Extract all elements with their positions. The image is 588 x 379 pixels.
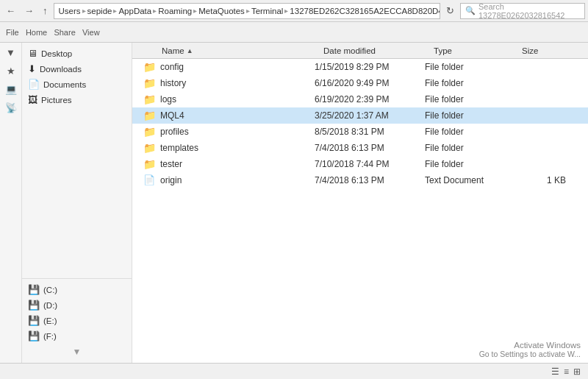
- file-name: MQL4: [160, 110, 315, 121]
- drive-f-icon: 💾: [28, 330, 40, 341]
- file-icon-area: 📄: [138, 174, 160, 185]
- pictures-icon: 🖼: [28, 94, 37, 105]
- table-row[interactable]: 📄origin7/4/2018 6:13 PMText Document1 KB: [132, 172, 588, 188]
- folder-icon: 📁: [143, 142, 156, 154]
- crumb-sepide[interactable]: sepide: [87, 7, 112, 15]
- file-icon-area: 📁: [138, 93, 160, 105]
- sort-arrow-name: ▲: [187, 47, 193, 54]
- breadcrumb: Users ▸ sepide ▸ AppData ▸ Roaming ▸ Met…: [59, 7, 441, 15]
- file-modified: 6/19/2020 2:39 PM: [315, 94, 425, 105]
- table-row[interactable]: 📁profiles8/5/2018 8:31 PMFile folder: [132, 124, 588, 140]
- sidebar-item-desktop[interactable]: 🖥 Desktop: [22, 46, 132, 61]
- nav-pane: ▼ ★ 💻 📡: [0, 43, 22, 363]
- search-icon: 🔍: [465, 6, 476, 15]
- sidebar-scroll-down[interactable]: ▼: [22, 344, 132, 360]
- address-box[interactable]: Users ▸ sepide ▸ AppData ▸ Roaming ▸ Met…: [54, 3, 441, 19]
- toolbar-row: File Home Share View: [0, 22, 588, 43]
- address-bar-row: ← → ↑ Users ▸ sepide ▸ AppData ▸ Roaming…: [0, 0, 588, 22]
- file-name: history: [160, 78, 315, 88]
- col-header-name[interactable]: Name ▲: [159, 46, 320, 55]
- view-details-button[interactable]: ≡: [562, 366, 570, 378]
- drive-e-label: (E:): [43, 316, 57, 325]
- folder-icon: 📁: [143, 93, 156, 105]
- main-area: ▼ ★ 💻 📡 🖥 Desktop ⬇ Downloads 📄 Document…: [0, 43, 588, 363]
- sidebar-item-documents[interactable]: 📄 Documents: [22, 77, 132, 92]
- up-button[interactable]: ↑: [40, 4, 51, 18]
- search-placeholder-text: Search 13278E0262032816542: [478, 2, 580, 20]
- col-header-type[interactable]: Type: [431, 46, 519, 55]
- back-button[interactable]: ←: [3, 4, 18, 18]
- file-icon-area: 📁: [138, 110, 160, 121]
- sidebar-item-drive-e[interactable]: 💾 (E:): [22, 313, 132, 328]
- forward-button[interactable]: →: [21, 4, 37, 18]
- file-name: tester: [160, 159, 315, 169]
- file-modified: 7/4/2018 6:13 PM: [315, 143, 425, 153]
- table-row[interactable]: 📁history6/16/2020 9:49 PMFile folder: [132, 75, 588, 91]
- star-icon[interactable]: ★: [5, 64, 17, 78]
- folder-icon: 📁: [143, 61, 156, 73]
- refresh-button[interactable]: ↻: [443, 4, 457, 18]
- file-icon-area: 📁: [138, 77, 160, 89]
- crumb-metaquotes[interactable]: MetaQuotes: [198, 7, 245, 15]
- drive-d-label: (D:): [43, 301, 57, 310]
- pc-icon[interactable]: 💻: [4, 82, 18, 96]
- file-rows-container: 📁config1/15/2019 8:29 PMFile folder📁hist…: [132, 59, 588, 188]
- sidebar-item-drive-c[interactable]: 💾 (C:): [22, 282, 132, 297]
- file-type: File folder: [425, 159, 513, 169]
- crumb-users[interactable]: Users: [59, 7, 81, 15]
- file-name: logs: [160, 94, 315, 105]
- drive-c-icon: 💾: [28, 284, 40, 295]
- file-modified: 1/15/2019 8:29 PM: [315, 62, 425, 72]
- file-name: templates: [160, 143, 315, 153]
- file-icon-area: 📁: [138, 158, 160, 170]
- table-row[interactable]: 📁MQL43/25/2020 1:37 AMFile folder: [132, 107, 588, 124]
- file-modified: 8/5/2018 8:31 PM: [315, 127, 425, 137]
- table-row[interactable]: 📁tester7/10/2018 7:44 PMFile folder: [132, 156, 588, 172]
- sidebar-item-label: Pictures: [41, 96, 72, 105]
- file-list: Name ▲ Date modified Type Size 📁config1/…: [132, 43, 588, 363]
- documents-icon: 📄: [28, 79, 40, 90]
- file-icon-area: 📁: [138, 126, 160, 138]
- col-header-size[interactable]: Size: [519, 46, 578, 55]
- folder-icon: 📁: [143, 77, 156, 89]
- file-type: File folder: [425, 110, 513, 121]
- expand-icon[interactable]: ▼: [4, 46, 17, 60]
- col-header-modified[interactable]: Date modified: [320, 46, 431, 55]
- drives-section: 💾 (C:) 💾 (D:) 💾 (E:) 💾 (F:): [22, 278, 132, 344]
- file-modified: 7/4/2018 6:13 PM: [315, 175, 425, 185]
- sidebar-item-pictures[interactable]: 🖼 Pictures: [22, 92, 132, 107]
- file-icon-area: 📁: [138, 61, 160, 73]
- file-type: File folder: [425, 62, 513, 72]
- column-headers: Name ▲ Date modified Type Size: [132, 43, 588, 59]
- drive-c-label: (C:): [43, 286, 57, 294]
- sidebar: 🖥 Desktop ⬇ Downloads 📄 Documents 🖼 Pict…: [22, 43, 132, 363]
- file-modified: 3/25/2020 1:37 AM: [315, 110, 425, 121]
- file-name: config: [160, 62, 315, 72]
- sidebar-item-drive-f[interactable]: 💾 (F:): [22, 328, 132, 344]
- sidebar-item-label: Downloads: [40, 65, 82, 74]
- status-bar: ☰ ≡ ⊞: [0, 363, 588, 379]
- sidebar-item-drive-d[interactable]: 💾 (D:): [22, 297, 132, 313]
- sidebar-item-downloads[interactable]: ⬇ Downloads: [22, 61, 132, 77]
- file-name: origin: [160, 175, 315, 185]
- downloads-icon: ⬇: [28, 63, 36, 74]
- crumb-appdata[interactable]: AppData: [118, 7, 151, 15]
- file-doc-icon: 📄: [143, 174, 155, 185]
- table-row[interactable]: 📁logs6/19/2020 2:39 PMFile folder: [132, 91, 588, 107]
- file-type: Text Document: [425, 175, 513, 185]
- table-row[interactable]: 📁templates7/4/2018 6:13 PMFile folder: [132, 140, 588, 156]
- folder-icon: 📁: [143, 158, 156, 170]
- toolbar-label: File Home Share View: [6, 28, 100, 37]
- crumb-terminal[interactable]: Terminal: [251, 7, 283, 15]
- sidebar-item-label: Desktop: [41, 49, 72, 58]
- file-type: File folder: [425, 143, 513, 153]
- search-box[interactable]: 🔍 Search 13278E0262032816542: [460, 3, 585, 19]
- crumb-roaming[interactable]: Roaming: [158, 7, 192, 15]
- view-tiles-button[interactable]: ⊞: [572, 366, 582, 378]
- file-name: profiles: [160, 127, 315, 137]
- file-type: File folder: [425, 127, 513, 137]
- crumb-folder[interactable]: 13278ED262C328165A2ECCA8D820D4F0: [290, 7, 440, 15]
- table-row[interactable]: 📁config1/15/2019 8:29 PMFile folder: [132, 59, 588, 75]
- network-icon[interactable]: 📡: [4, 101, 18, 115]
- view-list-button[interactable]: ☰: [550, 366, 561, 378]
